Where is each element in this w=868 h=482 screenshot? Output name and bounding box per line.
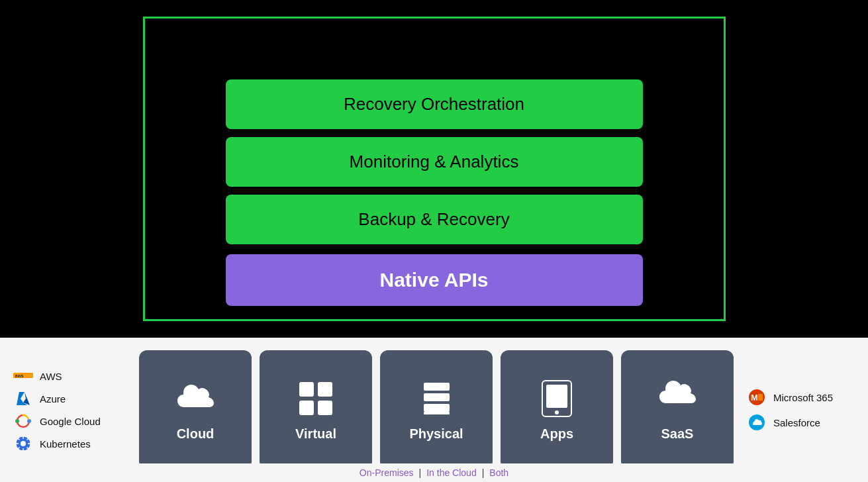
apps-tile-label: Apps [540,426,573,442]
svg-rect-16 [299,382,314,397]
cloud-settings-icon [654,379,700,418]
backup-recovery-label: Backup & Recovery [358,209,509,229]
kubernetes-logo-item: Kubernetes [13,437,126,450]
svg-rect-20 [424,383,450,391]
aws-logo-item: aws AWS [13,369,126,383]
apps-tile[interactable]: Apps [501,350,613,469]
kubernetes-label: Kubernetes [40,438,91,450]
footer-sep-2: | [482,467,485,478]
azure-label: Azure [40,393,66,405]
svg-rect-18 [299,401,314,415]
cloud-tile-label: Cloud [177,426,215,442]
footer-link-onprem[interactable]: On-Premises [360,467,414,478]
physical-tile-label: Physical [409,426,463,442]
svg-text:aws: aws [15,373,24,378]
cloud-tile[interactable]: Cloud [139,350,252,469]
svg-rect-25 [546,385,567,408]
aws-icon: aws [13,369,33,383]
backup-recovery-block: Backup & Recovery [226,195,643,244]
physical-tile[interactable]: Physical [380,350,493,469]
svg-point-7 [21,441,26,446]
page-container: Recovery Orchestration Monitoring & Anal… [0,0,868,482]
svg-rect-29 [674,409,677,411]
saas-tile[interactable]: SaaS [621,350,734,469]
footer-strip: On-Premises | In the Cloud | Both [0,463,868,482]
svg-rect-30 [679,409,681,411]
virtual-tile[interactable]: Virtual [260,350,372,469]
recovery-orchestration-label: Recovery Orchestration [344,94,524,114]
svg-text:M: M [751,393,758,403]
grid-icon [293,379,339,418]
svg-rect-28 [669,409,672,411]
right-logos: M Microsoft 365 Salesforce [747,391,868,429]
ms365-logo-item: M Microsoft 365 [747,391,866,404]
svg-rect-21 [424,393,450,401]
salesforce-icon [747,416,767,429]
ms365-label: Microsoft 365 [773,392,833,403]
native-apis-label: Native APIs [380,269,489,291]
svg-point-5 [15,419,19,423]
tablet-icon [534,379,580,418]
aws-label: AWS [40,371,62,382]
database-icon [413,379,459,418]
kubernetes-icon [13,437,33,450]
native-apis-block: Native APIs [226,254,643,306]
svg-rect-19 [318,401,332,415]
bottom-section: aws AWS Azure [0,338,868,482]
monitoring-analytics-label: Monitoring & Analytics [350,152,519,171]
svg-rect-17 [318,382,332,397]
svg-point-4 [27,419,31,423]
svg-rect-22 [424,404,450,412]
service-blocks: Recovery Orchestration Monitoring & Anal… [226,79,643,244]
cloud-icon [172,379,218,418]
footer-link-both[interactable]: Both [489,467,508,478]
monitoring-analytics-block: Monitoring & Analytics [226,137,643,187]
svg-rect-27 [674,405,677,408]
gcloud-logo-item: Google Cloud [13,414,126,428]
footer-link-cloud[interactable]: In the Cloud [426,467,477,478]
recovery-orchestration-block: Recovery Orchestration [226,79,643,129]
svg-point-26 [555,410,559,414]
saas-tile-label: SaaS [661,426,694,442]
tiles-container: Cloud Virtual [126,350,747,469]
azure-icon [13,392,33,405]
architecture-box: Recovery Orchestration Monitoring & Anal… [143,17,726,321]
left-logos: aws AWS Azure [0,369,126,450]
top-section: Recovery Orchestration Monitoring & Anal… [0,0,868,338]
footer-sep-1: | [419,467,422,478]
salesforce-label: Salesforce [773,417,820,428]
gcloud-label: Google Cloud [40,416,101,427]
azure-logo-item: Azure [13,392,126,405]
virtual-tile-label: Virtual [295,426,336,442]
salesforce-logo-item: Salesforce [747,416,866,429]
svg-rect-31 [674,412,677,414]
gcloud-icon [13,414,33,428]
svg-rect-23 [424,412,450,414]
ms365-icon: M [747,391,767,404]
